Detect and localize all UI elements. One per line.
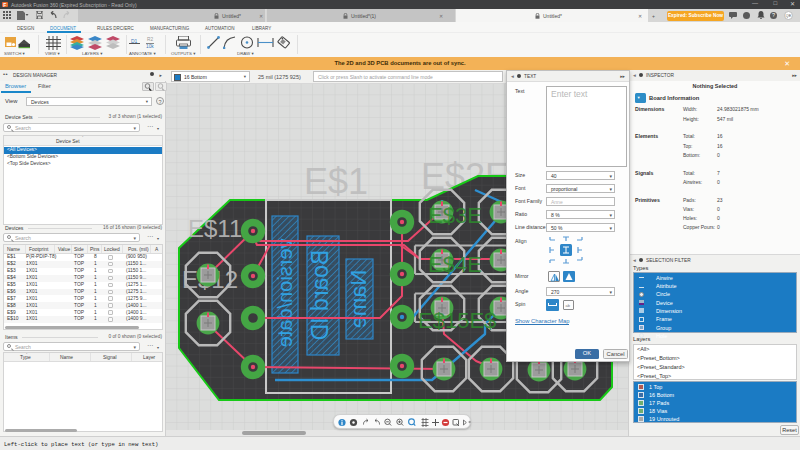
svg-text:E$3E: E$3E — [428, 203, 482, 228]
svg-text:E$1: E$1 — [304, 161, 368, 202]
svg-text:Name: Name — [346, 270, 371, 329]
svg-text:Board ID: Board ID — [307, 250, 333, 341]
svg-text:E$4E: E$4E — [428, 252, 482, 277]
svg-text:E$11: E$11 — [188, 215, 242, 242]
svg-text:version/date: version/date — [274, 239, 296, 348]
svg-text:E$15E$: E$15E$ — [418, 308, 496, 333]
